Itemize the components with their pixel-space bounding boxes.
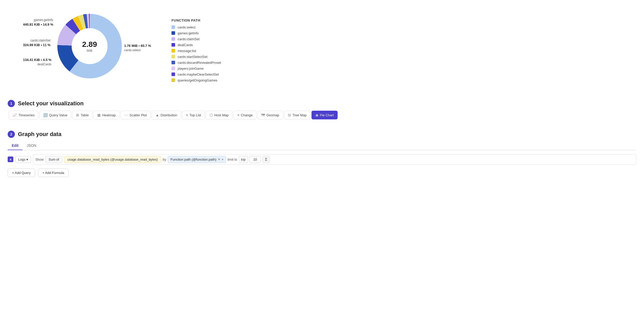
- viz-tab-distribution[interactable]: ▲Distribution: [152, 111, 181, 119]
- donut-center-value: 2.89: [82, 40, 97, 49]
- legend-item: queries/getOngoingGames: [171, 78, 238, 82]
- legend-label-3: dealCards: [178, 43, 193, 47]
- timeseries-label: Timeseries: [18, 113, 35, 117]
- viz-tab-table[interactable]: ⊞Table: [72, 111, 92, 119]
- legend-item: message:list: [171, 49, 238, 53]
- legend-item: dealCards: [171, 43, 238, 47]
- legend-label-5: cards:startSelectSet: [178, 55, 207, 59]
- viz-tab-tree-map[interactable]: ⊟Tree Map: [284, 111, 310, 119]
- change-label: Change: [241, 113, 253, 117]
- viz-tab-change[interactable]: ≡Change: [233, 111, 256, 119]
- section-1-number: 1: [8, 100, 15, 107]
- add-query-button[interactable]: + Add Query: [8, 169, 35, 177]
- tree-map-icon: ⊟: [288, 113, 291, 117]
- legend-color-0: [171, 25, 175, 29]
- table-icon: ⊞: [76, 113, 79, 117]
- legend-label-9: queries/getOngoingGames: [178, 78, 217, 82]
- section-1-title: Select your visualization: [18, 100, 84, 107]
- viz-tab-top-list[interactable]: ≡Top List: [182, 111, 205, 119]
- label-cards-select-name: cards:select: [124, 48, 151, 53]
- graph-section: 2 Graph your data Edit JSON a Logs ▾ Sho…: [8, 131, 636, 177]
- add-formula-button[interactable]: + Add Formula: [38, 169, 69, 177]
- sigma-button[interactable]: Σ: [262, 156, 270, 163]
- legend-color-4: [171, 49, 175, 53]
- legend-item: games:getInfo: [171, 31, 238, 35]
- legend-color-9: [171, 78, 175, 82]
- legend-label-0: cards:select: [178, 25, 195, 29]
- heatmap-label: Heatmap: [102, 113, 116, 117]
- legend-item: cards:maybeClearSelectSet: [171, 72, 238, 76]
- tab-edit[interactable]: Edit: [8, 141, 23, 150]
- graph-tabs: Edit JSON: [8, 141, 636, 150]
- viz-tab-host-map[interactable]: ⬡Host Map: [206, 111, 232, 119]
- label-cards-select-value: 1.76 MiB • 60.7 %: [124, 44, 151, 48]
- tab-json[interactable]: JSON: [23, 141, 40, 150]
- scatter-plot-icon: ⋯: [124, 113, 128, 117]
- donut-center-unit: MiB: [82, 49, 97, 53]
- legend-item: players:joinGame: [171, 67, 238, 70]
- sum-of-label: Sum of: [45, 156, 62, 163]
- tag-remove-icon[interactable]: ✕: [218, 158, 220, 161]
- timeseries-icon: 📈: [13, 113, 17, 117]
- viz-tab-query-value[interactable]: 🔢Query Value: [39, 111, 71, 119]
- legend-item: cards:claimSet: [171, 37, 238, 41]
- scatter-plot-label: Scatter Plot: [130, 113, 147, 117]
- viz-tab-heatmap[interactable]: ▦Heatmap: [93, 111, 120, 119]
- top-list-label: Top List: [189, 113, 201, 117]
- section-2-number: 2: [8, 131, 15, 138]
- label-games-getinfo-value: 440.81 KiB • 14.9 %: [23, 22, 53, 27]
- distribution-label: Distribution: [160, 113, 177, 117]
- host-map-label: Host Map: [214, 113, 229, 117]
- geomap-icon: 🗺: [261, 113, 265, 117]
- legend-label-4: message:list: [178, 49, 196, 53]
- legend-label-2: cards:claimSet: [178, 37, 199, 41]
- legend-color-7: [171, 67, 175, 70]
- tag-field[interactable]: Function path (@function.path) ✕ ▾: [168, 156, 226, 163]
- show-label: Show: [35, 158, 44, 161]
- heatmap-icon: ▦: [97, 113, 101, 117]
- by-label: by: [163, 158, 166, 161]
- geomap-label: Geomap: [266, 113, 279, 117]
- label-games-getinfo-name: games:getInfo: [23, 18, 53, 22]
- query-source-select[interactable]: Logs ▾: [15, 156, 31, 163]
- limit-direction[interactable]: top: [239, 156, 248, 163]
- legend-color-3: [171, 43, 175, 47]
- tag-label: Function path (@function.path): [170, 158, 216, 161]
- legend-color-1: [171, 31, 175, 35]
- legend-label-8: cards:maybeClearSelectSet: [178, 72, 219, 76]
- label-dealcards-value: 134.41 KiB • 4.5 %: [23, 58, 51, 62]
- table-label: Table: [81, 113, 89, 117]
- top-list-icon: ≡: [186, 113, 188, 117]
- tag-chevron-icon[interactable]: ▾: [222, 158, 223, 161]
- query-row: a Logs ▾ Show Sum of usage.database_read…: [8, 154, 636, 164]
- query-value-label: Query Value: [49, 113, 67, 117]
- limit-label: limit to: [228, 158, 237, 161]
- tree-map-label: Tree Map: [293, 113, 307, 117]
- query-value-icon: 🔢: [43, 113, 48, 117]
- pie-chart-icon: ◉: [315, 113, 318, 117]
- label-cards-claimset-value: 324.99 KiB • 11 %: [23, 43, 50, 47]
- viz-tab-timeseries[interactable]: 📈Timeseries: [9, 111, 38, 119]
- visualization-section: 1 Select your visualization 📈Timeseries🔢…: [8, 100, 636, 126]
- host-map-icon: ⬡: [210, 113, 213, 117]
- viz-tab-geomap[interactable]: 🗺Geomap: [257, 111, 283, 119]
- change-icon: ≡: [237, 113, 239, 117]
- pie-chart-label: Pie Chart: [320, 113, 334, 117]
- legend-label-7: players:joinGame: [178, 67, 203, 70]
- legend-title: FUNCTION PATH: [171, 18, 238, 22]
- viz-tab-pie-chart[interactable]: ◉Pie Chart: [312, 111, 338, 119]
- legend-item: cards:select: [171, 25, 238, 29]
- viz-tab-scatter-plot[interactable]: ⋯Scatter Plot: [121, 111, 151, 119]
- bottom-actions: + Add Query + Add Formula: [8, 169, 636, 177]
- legend-item: cards:discardRevealedProset: [171, 61, 238, 65]
- chart-legend: FUNCTION PATH cards:selectgames:getInfoc…: [171, 18, 238, 84]
- legend-label-1: games:getInfo: [178, 31, 199, 35]
- label-cards-claimset-name: cards:claimSet: [23, 38, 50, 43]
- visualization-tabs: 📈Timeseries🔢Query Value⊞Table▦Heatmap⋯Sc…: [8, 111, 636, 119]
- limit-number[interactable]: 10: [250, 156, 261, 163]
- legend-label-6: cards:discardRevealedProset: [178, 61, 221, 65]
- query-source-chevron: ▾: [26, 158, 28, 161]
- legend-item: cards:startSelectSet: [171, 55, 238, 59]
- metric-field[interactable]: usage.database_read_bytes (@usage.databa…: [64, 156, 161, 163]
- label-dealcards-name: dealCards: [23, 62, 51, 67]
